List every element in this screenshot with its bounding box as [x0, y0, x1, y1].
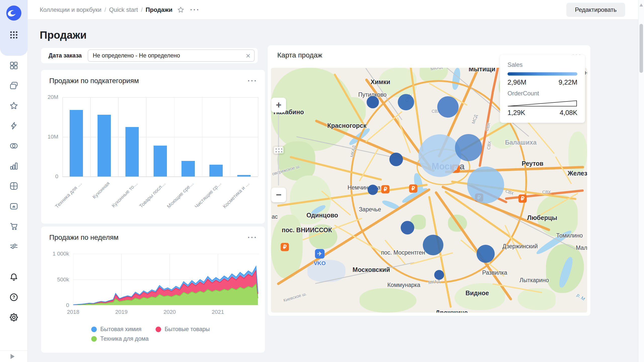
zoom-in-button[interactable]: [271, 98, 286, 112]
breadcrumb-collections[interactable]: Коллекции и воркбуки: [40, 6, 101, 13]
gridline: [90, 97, 91, 176]
area-chart-svg[interactable]: [73, 254, 259, 305]
map-bubble[interactable]: [423, 235, 443, 255]
map-place-label: пос. Мосрентген: [381, 249, 425, 256]
bar[interactable]: [125, 127, 139, 177]
sidebar-item-navigation[interactable]: [0, 55, 28, 76]
clear-filter-icon[interactable]: [246, 52, 251, 59]
help-question-icon[interactable]: ?: [0, 287, 28, 307]
sidebar-item-favorites[interactable]: [0, 96, 28, 116]
edit-button[interactable]: Редактировать: [566, 3, 625, 17]
legend-label: Техника для дома: [100, 335, 149, 342]
gridline: [258, 97, 258, 176]
sidebar-item-charts[interactable]: [0, 156, 28, 176]
gridline: [202, 97, 203, 176]
more-menu-icon[interactable]: [190, 8, 200, 11]
gridline: [62, 97, 258, 98]
settings-gear-icon[interactable]: [0, 307, 28, 327]
breadcrumb-separator: /: [141, 6, 143, 13]
scrollbar-up-icon[interactable]: [639, 4, 643, 7]
zoom-out-button[interactable]: [271, 188, 286, 202]
map-title: Карта продаж: [277, 51, 322, 59]
favorite-star-icon[interactable]: [177, 6, 185, 14]
area-chart-menu-icon[interactable]: [248, 236, 257, 239]
ruble-marker-icon: ₽: [381, 185, 390, 193]
breadcrumb-workbook[interactable]: Quick start: [109, 6, 138, 13]
map-place-label: Киевское ш.: [283, 291, 307, 303]
sidebar-item-dashboards[interactable]: [0, 176, 28, 196]
sidebar-item-marketplace[interactable]: [0, 216, 28, 236]
gridline: [174, 97, 175, 176]
gridline: [62, 137, 258, 137]
y-axis-tick: 20M: [48, 94, 58, 100]
sidebar-item-collections[interactable]: [0, 76, 28, 96]
legend-dot-green: [91, 336, 97, 342]
map-place-label: Железнодорожный: [568, 170, 587, 177]
map-place-label: Люберцы: [527, 214, 557, 221]
map-bubble[interactable]: [368, 185, 378, 195]
bar[interactable]: [209, 165, 223, 176]
map-bubble[interactable]: [367, 96, 379, 108]
map-bubble[interactable]: [434, 270, 444, 280]
bar-chart-card: Продажи по подкатегориям 20M10M0Техника …: [41, 70, 265, 224]
sidebar-item-connections[interactable]: [0, 116, 28, 136]
area-chart-plot: 1 000k500k02018201920202021: [73, 254, 259, 305]
notifications-bell-icon[interactable]: [0, 267, 28, 287]
sidebar-expand-button[interactable]: [0, 350, 27, 362]
sales-max-value: 9,22M: [559, 79, 577, 86]
date-filter: Дата заказа Не определено - Не определен…: [41, 48, 258, 63]
y-axis-tick: 0: [66, 302, 69, 309]
bar[interactable]: [70, 110, 83, 176]
airport-plane-icon: ✈: [315, 249, 325, 259]
date-filter-label: Дата заказа: [49, 52, 82, 59]
map-place-label: Балашиха: [505, 139, 537, 146]
zoom-slider-handle[interactable]: [273, 146, 284, 154]
map-bubble[interactable]: [455, 134, 482, 161]
map-place-label: Лыткарино: [520, 277, 549, 284]
map-place-label: Развилка: [482, 269, 507, 276]
map-place-label: Томилино: [556, 232, 583, 239]
bar-chart-title: Продажи по подкатегориям: [49, 77, 139, 85]
x-axis-line: [62, 176, 258, 177]
x-axis-tick: 2018: [67, 309, 79, 315]
x-axis-category: Кухонная: [91, 180, 111, 200]
page-title: Продажи: [40, 29, 87, 41]
datalens-logo-icon[interactable]: [6, 6, 21, 21]
scrollbar-thumb[interactable]: [639, 24, 643, 73]
apps-grid-icon[interactable]: [9, 30, 19, 40]
map-place-label: СВХ: [486, 141, 492, 150]
sidebar-item-gallery[interactable]: [0, 196, 28, 216]
y-axis-tick: 10M: [48, 134, 58, 140]
legend-label: Бытовая химия: [100, 326, 142, 333]
y-axis-tick: 1 000k: [53, 251, 69, 257]
area-chart-card: Продажи по неделям 1 000k500k02018201920…: [41, 226, 265, 353]
gridline: [230, 97, 231, 176]
legend-item: Техника для дома: [91, 335, 149, 342]
map-bubble[interactable]: [401, 221, 414, 234]
map-place-label: р. М: [576, 292, 586, 302]
map-bubble[interactable]: [419, 134, 461, 177]
bar[interactable]: [181, 161, 195, 176]
app-root: ? Коллекции и воркбуки / Quick start / П…: [0, 0, 644, 362]
map-bubble[interactable]: [467, 167, 504, 204]
legend-dot-pink: [156, 327, 161, 332]
map-bubble[interactable]: [477, 245, 495, 263]
forest-patch: [359, 288, 416, 313]
map-bubble[interactable]: [389, 153, 403, 166]
bar[interactable]: [154, 146, 167, 176]
bar[interactable]: [98, 115, 111, 176]
ordercount-wedge-icon: [508, 100, 577, 107]
ruble-marker-icon: ₽: [519, 194, 527, 203]
x-axis-category: Моющие сре…: [166, 180, 195, 209]
date-filter-input[interactable]: Не определено - Не определено: [88, 49, 255, 62]
window-scrollbar[interactable]: [638, 0, 644, 362]
bar-chart-menu-icon[interactable]: [248, 79, 257, 82]
map-place-label: Дзержинский: [502, 243, 538, 250]
map-place-label: Одинцово: [306, 212, 338, 219]
sidebar-item-datasets[interactable]: [0, 136, 28, 156]
map-bubble[interactable]: [437, 96, 459, 118]
sidebar-item-settings-sliders[interactable]: [0, 236, 28, 256]
map-bubble[interactable]: [398, 94, 414, 110]
map-legend-count-label: OrderCount: [508, 90, 577, 97]
bar[interactable]: [237, 175, 251, 176]
